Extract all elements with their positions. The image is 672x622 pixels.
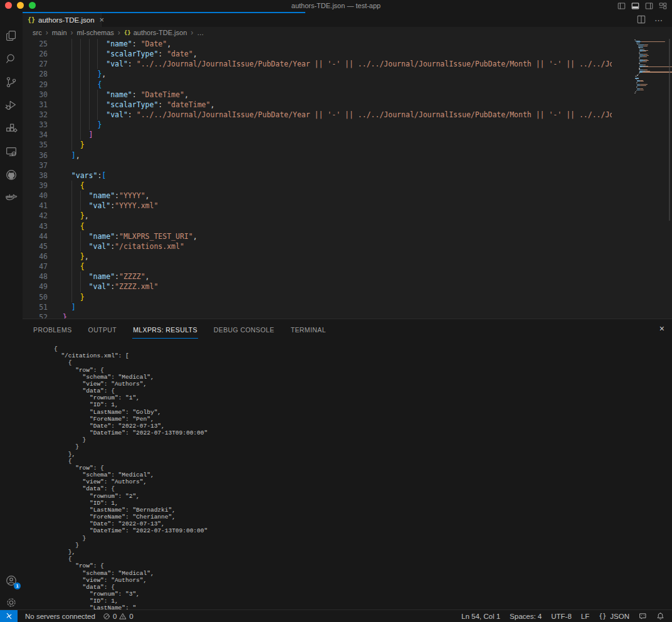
code-line: 36], <box>23 150 612 161</box>
accounts-icon[interactable]: 1 <box>4 574 18 588</box>
line-number: 44 <box>23 231 63 241</box>
code-line: 37 <box>23 161 612 171</box>
problems-status[interactable]: 0 0 <box>103 613 134 620</box>
breadcrumb-item[interactable]: {}authors-TDE.json <box>124 29 187 36</box>
code-line: 39{ <box>23 181 612 191</box>
line-number: 52 <box>23 312 63 319</box>
tab-authors-tde-json[interactable]: {} authors-TDE.json × <box>23 13 102 27</box>
customize-layout-icon[interactable] <box>659 2 667 10</box>
minimap[interactable] <box>612 38 672 319</box>
result-line: "view": "Authors", <box>54 577 672 584</box>
cursor-position[interactable]: Ln 54, Col 1 <box>461 613 500 620</box>
github-icon[interactable] <box>4 168 18 182</box>
breadcrumb-item[interactable]: … <box>197 29 204 36</box>
extensions-icon[interactable] <box>4 122 18 135</box>
code-line: 26"scalarType": "date", <box>23 49 612 59</box>
toggle-primary-sidebar-icon[interactable] <box>617 2 626 10</box>
breadcrumb-separator-icon: › <box>191 28 193 37</box>
code-line: 35} <box>23 140 612 150</box>
code-line: 40"name":"YYYY", <box>23 191 612 201</box>
result-line: "DateTime": "2022-07-13T09:00:00" <box>54 527 672 534</box>
settings-gear-icon[interactable] <box>4 596 18 609</box>
result-line: "LastName": "Bernadzki", <box>54 507 672 514</box>
code-line: 32"val": "../../Journal/JournalIssue/Pub… <box>23 110 612 120</box>
window-title: authors-TDE.json — test-app <box>0 2 672 9</box>
result-line: "rownum": "3", <box>54 591 672 598</box>
result-line: "row": { <box>54 465 672 472</box>
editor-more-actions-icon[interactable]: ⋯ <box>654 16 663 25</box>
notifications-bell-icon[interactable] <box>656 612 664 620</box>
result-line: { <box>54 345 672 352</box>
result-line: "data": { <box>54 584 672 591</box>
editor[interactable]: 25"name": "Date",26"scalarType": "date",… <box>23 38 672 319</box>
explorer-icon[interactable] <box>4 29 18 43</box>
code-line: 46}, <box>23 251 612 261</box>
line-number: 42 <box>23 211 63 221</box>
source-control-icon[interactable] <box>4 75 18 89</box>
line-number: 45 <box>23 241 63 251</box>
line-number: 27 <box>23 59 63 69</box>
result-line: "ForeName": "Pen", <box>54 416 672 423</box>
result-line: "ID": 1, <box>54 598 672 604</box>
line-number: 43 <box>23 221 63 231</box>
split-editor-icon[interactable] <box>637 15 646 26</box>
remote-explorer-icon[interactable] <box>4 145 18 159</box>
error-count: 0 <box>113 613 117 620</box>
editor-lines[interactable]: 25"name": "Date",26"scalarType": "date",… <box>23 39 612 319</box>
line-number: 41 <box>23 201 63 211</box>
docker-icon[interactable] <box>4 191 18 204</box>
breadcrumb-item[interactable]: main <box>52 29 67 36</box>
result-line: "LastName": " <box>54 604 672 609</box>
code-line: 42}, <box>23 211 612 221</box>
breadcrumb-item[interactable]: ml-schemas <box>77 29 114 36</box>
result-line: "schema": "Medical", <box>54 472 672 478</box>
line-number: 36 <box>23 150 63 161</box>
line-number: 33 <box>23 120 63 130</box>
result-line: "rownum": "2", <box>54 493 672 500</box>
toggle-panel-icon[interactable] <box>631 2 639 10</box>
breadcrumb: src›main›ml-schemas›{}authors-TDE.json›… <box>23 27 672 38</box>
line-number: 48 <box>23 271 63 282</box>
remote-indicator[interactable] <box>0 610 18 622</box>
code-line: 43{ <box>23 221 612 231</box>
eol-setting[interactable]: LF <box>581 613 589 620</box>
result-line: "rownum": "1", <box>54 394 672 401</box>
tab-close-icon[interactable]: × <box>100 16 105 24</box>
json-braces-icon: {} <box>599 613 606 619</box>
panel-results-output[interactable]: { "/citations.xml": [ { "row": { "schema… <box>23 339 672 609</box>
code-line: 48"name":"ZZZZ", <box>23 271 612 282</box>
code-line: 51] <box>23 302 612 312</box>
line-number: 49 <box>23 282 63 292</box>
language-mode[interactable]: {} JSON <box>599 613 629 620</box>
feedback-icon[interactable] <box>639 612 647 620</box>
encoding-setting[interactable]: UTF-8 <box>551 613 572 620</box>
line-number: 50 <box>23 292 63 302</box>
search-icon[interactable] <box>4 52 18 66</box>
panel-tab-problems[interactable]: PROBLEMS <box>33 320 73 338</box>
code-line: 52} <box>23 312 612 319</box>
panel-tab-debug-console[interactable]: DEBUG CONSOLE <box>213 320 275 338</box>
panel-tab-terminal[interactable]: TERMINAL <box>290 320 327 338</box>
result-line: "ID": 1, <box>54 500 672 507</box>
breadcrumb-separator-icon: › <box>118 28 120 37</box>
toggle-secondary-sidebar-icon[interactable] <box>645 2 653 10</box>
tab-bar: {} authors-TDE.json × ⋯ <box>23 13 672 27</box>
editor-scrollbar[interactable] <box>669 39 670 221</box>
panel: PROBLEMSOUTPUTMLXPRS: RESULTSDEBUG CONSO… <box>23 319 672 609</box>
mlxprs-server-status[interactable]: No servers connected <box>25 613 95 620</box>
activity-bar: 1 <box>0 13 23 609</box>
line-number: 28 <box>23 69 63 79</box>
panel-close-icon[interactable]: × <box>659 324 664 333</box>
titlebar: authors-TDE.json — test-app <box>0 0 672 13</box>
result-line: "schema": "Medical", <box>54 570 672 577</box>
line-number: 40 <box>23 191 63 201</box>
panel-tab-output[interactable]: OUTPUT <box>88 320 118 338</box>
code-line: 41"val":"YYYY.xml" <box>23 201 612 211</box>
indentation-setting[interactable]: Spaces: 4 <box>510 613 542 620</box>
result-line: "schema": "Medical", <box>54 374 672 381</box>
breadcrumb-item[interactable]: src <box>33 29 42 36</box>
line-number: 37 <box>23 161 63 171</box>
panel-tab-mlxprs-results[interactable]: MLXPRS: RESULTS <box>132 320 198 339</box>
result-line: "ForeName": "Cherianne", <box>54 514 672 520</box>
run-debug-icon[interactable] <box>4 98 18 112</box>
